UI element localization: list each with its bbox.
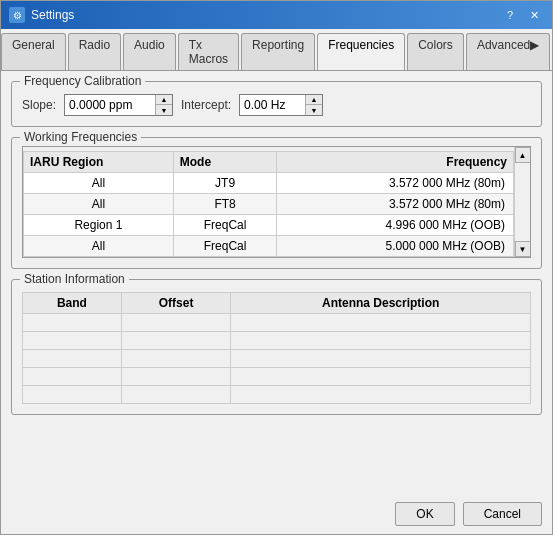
col-antenna-description: Antenna Description [231, 293, 531, 314]
title-bar-controls: ? ✕ [500, 6, 544, 24]
station-information-group: Station Information Band Offset Antenna … [11, 279, 542, 415]
col-offset: Offset [121, 293, 231, 314]
intercept-input[interactable] [240, 95, 305, 115]
intercept-down-arrow[interactable]: ▼ [306, 105, 322, 115]
col-frequency: Frequency [277, 152, 514, 173]
col-band: Band [23, 293, 122, 314]
table-row[interactable]: All FreqCal 5.000 000 MHz (OOB) [24, 236, 514, 257]
station-info-table: Band Offset Antenna Description [22, 292, 531, 404]
cancel-button[interactable]: Cancel [463, 502, 542, 526]
cell-mode: FreqCal [173, 236, 277, 257]
tab-bar: General Radio Audio Tx Macros Reporting … [1, 29, 552, 71]
cell-frequency: 4.996 000 MHz (OOB) [277, 215, 514, 236]
cell-region: All [24, 194, 174, 215]
slope-input-container[interactable]: ▲ ▼ [64, 94, 173, 116]
table-row [23, 386, 531, 404]
title-bar: ⚙ Settings ? ✕ [1, 1, 552, 29]
frequency-calibration-label: Frequency Calibration [20, 74, 145, 88]
tab-general[interactable]: General [1, 33, 66, 70]
table-row[interactable]: All FT8 3.572 000 MHz (80m) [24, 194, 514, 215]
help-button[interactable]: ? [500, 6, 520, 24]
scroll-track [515, 163, 531, 241]
tab-advanced[interactable]: Advanced▶ [466, 33, 550, 70]
tab-reporting[interactable]: Reporting [241, 33, 315, 70]
cell-frequency: 3.572 000 MHz (80m) [277, 173, 514, 194]
cell-mode: FT8 [173, 194, 277, 215]
table-row [23, 314, 531, 332]
frequency-calibration-group: Frequency Calibration Slope: ▲ ▼ Interce… [11, 81, 542, 127]
col-mode: Mode [173, 152, 277, 173]
table-row [23, 350, 531, 368]
working-freq-table-container: IARU Region Mode Frequency All JT9 3.572… [22, 146, 531, 258]
cell-mode: JT9 [173, 173, 277, 194]
ok-button[interactable]: OK [395, 502, 454, 526]
close-button[interactable]: ✕ [524, 6, 544, 24]
cell-region: All [24, 236, 174, 257]
scroll-down-button[interactable]: ▼ [515, 241, 531, 257]
table-row [23, 332, 531, 350]
cell-region: All [24, 173, 174, 194]
freq-cal-row: Slope: ▲ ▼ Intercept: ▲ ▼ [22, 94, 531, 116]
tab-radio[interactable]: Radio [68, 33, 121, 70]
title-bar-left: ⚙ Settings [9, 7, 74, 23]
intercept-label: Intercept: [181, 98, 231, 112]
slope-label: Slope: [22, 98, 56, 112]
window-title: Settings [31, 8, 74, 22]
cell-mode: FreqCal [173, 215, 277, 236]
cell-region: Region 1 [24, 215, 174, 236]
scroll-up-button[interactable]: ▲ [515, 147, 531, 163]
intercept-arrows: ▲ ▼ [305, 95, 322, 115]
tab-tx-macros[interactable]: Tx Macros [178, 33, 239, 70]
working-frequencies-label: Working Frequencies [20, 130, 141, 144]
cell-frequency: 5.000 000 MHz (OOB) [277, 236, 514, 257]
content-area: Frequency Calibration Slope: ▲ ▼ Interce… [1, 71, 552, 494]
working-freq-table: IARU Region Mode Frequency All JT9 3.572… [23, 151, 514, 257]
station-information-label: Station Information [20, 272, 129, 286]
col-iaru-region: IARU Region [24, 152, 174, 173]
slope-input[interactable] [65, 95, 155, 115]
scrollbar[interactable]: ▲ ▼ [514, 147, 530, 257]
table-row[interactable]: Region 1 FreqCal 4.996 000 MHz (OOB) [24, 215, 514, 236]
slope-arrows: ▲ ▼ [155, 95, 172, 115]
footer: OK Cancel [1, 494, 552, 534]
tab-frequencies[interactable]: Frequencies [317, 33, 405, 70]
intercept-up-arrow[interactable]: ▲ [306, 95, 322, 105]
table-row[interactable]: All JT9 3.572 000 MHz (80m) [24, 173, 514, 194]
settings-icon: ⚙ [9, 7, 25, 23]
working-frequencies-group: Working Frequencies IARU Region Mode Fre… [11, 137, 542, 269]
tab-audio[interactable]: Audio [123, 33, 176, 70]
cell-frequency: 3.572 000 MHz (80m) [277, 194, 514, 215]
slope-down-arrow[interactable]: ▼ [156, 105, 172, 115]
intercept-input-container[interactable]: ▲ ▼ [239, 94, 323, 116]
slope-up-arrow[interactable]: ▲ [156, 95, 172, 105]
tab-colors[interactable]: Colors [407, 33, 464, 70]
settings-window: ⚙ Settings ? ✕ General Radio Audio Tx Ma… [0, 0, 553, 535]
table-row [23, 368, 531, 386]
